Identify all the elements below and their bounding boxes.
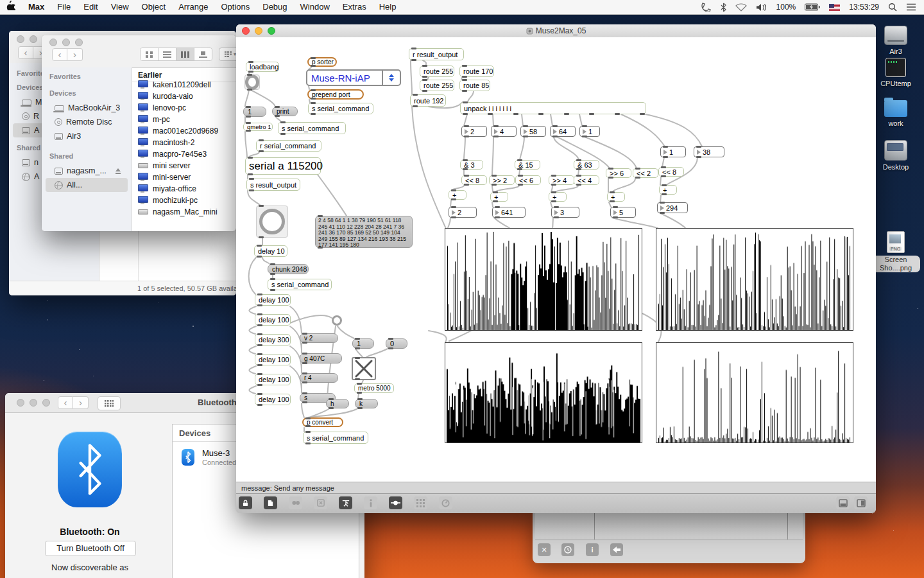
max-object-delay-100[interactable]: delay 100: [255, 354, 291, 365]
max-object-delay-300[interactable]: delay 300: [255, 334, 291, 346]
max-object-r-serial-command[interactable]: r serial_command: [256, 140, 321, 152]
zoom-icon[interactable]: [42, 399, 50, 407]
notification-center-icon[interactable]: [906, 3, 916, 11]
max-object-route-192[interactable]: route 192: [410, 94, 446, 107]
max-object-loadbang[interactable]: loadbang: [246, 62, 279, 72]
desktop-icon-cputemp[interactable]: CPUtemp: [871, 55, 920, 88]
menu-extras[interactable]: Extras: [336, 0, 373, 14]
max-object-metro-5000[interactable]: metro 5000: [354, 383, 394, 393]
zoom-icon[interactable]: [75, 39, 83, 46]
list-item-mini-server[interactable]: mini-server: [132, 171, 236, 183]
menu-view[interactable]: View: [105, 0, 135, 14]
max-object--2[interactable]: << 2: [633, 168, 658, 178]
max-message-0[interactable]: 0: [386, 338, 407, 349]
view-icons-icon[interactable]: [141, 48, 158, 60]
zoom-icon[interactable]: [289, 496, 302, 509]
view-coverflow-icon[interactable]: [194, 48, 212, 60]
presentation-icon[interactable]: [339, 496, 352, 509]
sidebar-item-all-[interactable]: All...: [46, 178, 128, 192]
max-object-route-170[interactable]: route 170: [459, 66, 494, 77]
sidebar-item-remote-disc[interactable]: Remote Disc: [46, 115, 128, 129]
list-item-mini-server[interactable]: mini server: [132, 160, 236, 171]
minimize-icon[interactable]: [255, 27, 262, 35]
desktop-icon-work[interactable]: work: [871, 95, 920, 128]
max-message-data[interactable]: 2 4 58 64 1 1 38 79 190 51 61 118 245 41…: [315, 216, 413, 248]
desktop-icon-air3[interactable]: Air3: [871, 23, 920, 56]
clock-icon[interactable]: [561, 543, 574, 556]
minimize-icon[interactable]: [30, 35, 37, 43]
split-vertical-icon[interactable]: [854, 496, 868, 509]
max-object--6[interactable]: << 6: [515, 175, 541, 185]
desktop-icon-screen-sho-png[interactable]: Screen Sho....png: [871, 231, 920, 272]
max-object-r-result-output[interactable]: r result_output: [409, 48, 464, 60]
max-number-box[interactable]: 38: [694, 146, 724, 157]
multislider-display-2[interactable]: [656, 228, 853, 331]
apple-menu-icon[interactable]: [0, 0, 22, 15]
max-object-delay-100[interactable]: delay 100: [255, 374, 291, 385]
connections-icon[interactable]: [389, 496, 402, 509]
multislider-display-4[interactable]: [656, 342, 853, 443]
grid-icon[interactable]: [414, 496, 427, 509]
max-object--[interactable]: +: [607, 192, 625, 202]
list-item-macintosh-2[interactable]: macintosh-2: [132, 137, 236, 148]
umenu-arrows[interactable]: [382, 71, 400, 85]
desktop-icon-desktop[interactable]: Desktop: [871, 139, 920, 171]
phone-icon[interactable]: [701, 3, 712, 12]
turn-bluetooth-off-button[interactable]: Turn Bluetooth Off: [45, 541, 136, 556]
max-object--4[interactable]: << 4: [574, 175, 599, 185]
max-object-qmetro-1[interactable]: qmetro 1: [243, 123, 273, 131]
max-object--2[interactable]: >> 2: [489, 175, 515, 185]
bluetooth-icon[interactable]: [721, 3, 726, 12]
list-item-kuroda-vaio[interactable]: kuroda-vaio: [132, 91, 236, 102]
max-object--[interactable]: +: [549, 192, 567, 202]
menu-clock[interactable]: 13:53:29: [849, 3, 879, 12]
menu-debug[interactable]: Debug: [256, 0, 293, 14]
max-object--15[interactable]: & 15: [515, 160, 540, 170]
max-object-unpack-i-i-i-i-i-i-i[interactable]: unpack i i i i i i i: [460, 102, 646, 114]
max-object-s-serial-command[interactable]: s serial_command: [308, 103, 373, 114]
forward-button[interactable]: ›: [67, 48, 83, 61]
list-item-lenovo-pc[interactable]: lenovo-pc: [132, 102, 236, 114]
eject-icon[interactable]: [115, 168, 121, 174]
max-object-s-serial-command[interactable]: s serial_command: [268, 279, 332, 290]
patcher-canvas[interactable]: loadbang1printqmetro 1p sorterMuse-RN-iA…: [236, 37, 876, 482]
show-all-button[interactable]: [98, 396, 121, 410]
max-object-prepend-port[interactable]: prepend port: [307, 89, 364, 100]
max-number-box[interactable]: 2: [449, 207, 477, 218]
max-bang-button[interactable]: [331, 315, 343, 326]
background-window-partial[interactable]: ✕i: [533, 512, 805, 563]
max-object--8[interactable]: << 8: [461, 175, 487, 185]
max-object--4[interactable]: >> 4: [549, 175, 574, 185]
max-object--6[interactable]: >> 6: [606, 168, 631, 178]
max-number-box[interactable]: 3: [551, 207, 579, 218]
info-icon[interactable]: i: [586, 543, 599, 556]
menu-object[interactable]: Object: [135, 0, 173, 14]
max-object-delay-100[interactable]: delay 100: [255, 394, 291, 405]
finder-window-front[interactable]: ‹› ▾ FavoritesDevicesMacBookAir_3Remote …: [42, 35, 236, 231]
max-bang-button[interactable]: [244, 74, 260, 90]
volume-icon[interactable]: [756, 3, 767, 12]
max-object-s-serial-command[interactable]: s serial_command: [278, 122, 346, 134]
lock-icon[interactable]: [239, 496, 252, 509]
back-button[interactable]: ‹: [52, 48, 67, 61]
spotlight-icon[interactable]: [888, 3, 897, 12]
view-switcher[interactable]: [140, 48, 212, 61]
max-object-delay-100[interactable]: delay 100: [255, 314, 291, 326]
max-number-box[interactable]: 1: [579, 126, 600, 137]
object-icon[interactable]: [264, 496, 277, 509]
max-object--63[interactable]: & 63: [574, 160, 599, 170]
max-object-delay-10[interactable]: delay 10: [254, 245, 287, 257]
max-number-box[interactable]: 1: [660, 146, 686, 157]
battery-icon[interactable]: [805, 3, 820, 11]
list-item-mac001ec20d9689[interactable]: mac001ec20d9689: [132, 125, 236, 137]
max-message-1[interactable]: 1: [243, 107, 266, 117]
list-item-nagasm-mac-mini[interactable]: nagasm_Mac_mini: [132, 206, 236, 218]
max-object--[interactable]: +: [659, 185, 677, 195]
max-message-r-4[interactable]: r 4: [300, 373, 338, 383]
menu-file[interactable]: File: [51, 0, 77, 14]
max-toggle[interactable]: [352, 357, 376, 380]
max-bang-button[interactable]: [256, 206, 288, 238]
max-object--3[interactable]: & 3: [460, 160, 483, 170]
max-message-k[interactable]: k: [355, 399, 378, 408]
zoom-icon[interactable]: [268, 27, 275, 35]
